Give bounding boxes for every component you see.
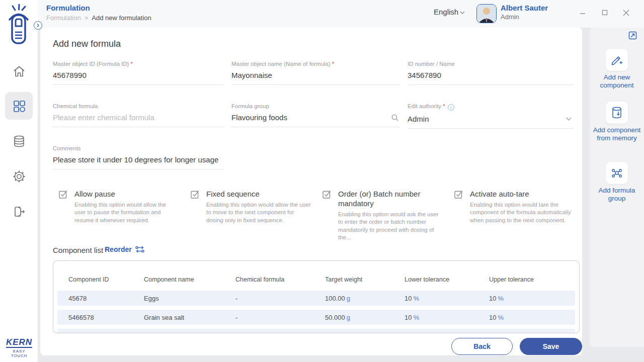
apps-grid-icon bbox=[12, 99, 26, 113]
table-row[interactable]: 45676 New flavoured oil 200.000g 10% 10% bbox=[57, 329, 575, 333]
master-object-id-input[interactable]: 45678990 bbox=[53, 67, 224, 85]
sidebar-item-database[interactable] bbox=[5, 127, 33, 155]
breadcrumb-parent[interactable]: Formulation bbox=[46, 14, 81, 22]
sidebar-expand-button[interactable] bbox=[34, 21, 42, 30]
avatar[interactable] bbox=[476, 4, 497, 23]
cell-component-id: 5466578 bbox=[68, 314, 94, 321]
checkbox-description: Enabling this option would ask the user … bbox=[338, 211, 439, 242]
right-action-panel: Add new component Add component from mem… bbox=[590, 28, 644, 347]
cell-upper-tolerance: 10% bbox=[489, 314, 504, 321]
kern-brand-logo: KERN EASY TOUCH bbox=[5, 338, 34, 358]
cell-lower-tolerance: 10% bbox=[405, 333, 419, 333]
reorder-icon bbox=[135, 245, 145, 253]
expand-panel-icon[interactable] bbox=[628, 31, 637, 40]
user-role: Admin bbox=[501, 13, 519, 21]
cell-target-weight: 200.000g bbox=[325, 333, 354, 333]
cell-target-weight: 100.00g bbox=[325, 295, 350, 302]
master-object-name-input[interactable]: Mayonnaise bbox=[231, 67, 400, 85]
chevron-down-icon bbox=[565, 115, 573, 124]
required-marker: * bbox=[443, 103, 445, 109]
column-header: Component ID bbox=[68, 276, 109, 283]
edit-authority-dropdown[interactable]: Admin bbox=[408, 111, 574, 129]
cell-component-id: 45678 bbox=[68, 295, 87, 302]
checkbox-checked-icon bbox=[191, 190, 200, 199]
action-label: Add new component bbox=[590, 73, 644, 90]
field-label: Edit authority bbox=[408, 103, 441, 109]
kern-logo-text: KERN bbox=[6, 338, 32, 348]
edit-authority-value: Admin bbox=[408, 115, 429, 123]
window-close-button[interactable] bbox=[620, 7, 631, 18]
checkbox-activate-auto-tare[interactable]: Activate auto-tare Enabling this option … bbox=[454, 190, 578, 224]
search-icon[interactable] bbox=[391, 114, 399, 123]
unit-label: g bbox=[347, 295, 350, 302]
molecule-group-icon bbox=[606, 162, 628, 184]
required-marker: * bbox=[332, 61, 334, 67]
cell-lower-tolerance: 10% bbox=[405, 314, 419, 321]
info-icon[interactable]: i bbox=[448, 104, 454, 111]
cell-component-name: Grain sea salt bbox=[144, 314, 184, 321]
minimize-icon bbox=[580, 10, 586, 16]
chevron-right-icon bbox=[36, 23, 40, 28]
required-marker: * bbox=[130, 61, 132, 67]
cell-chemical-formula: - bbox=[235, 314, 237, 321]
reorder-button[interactable]: Reorder bbox=[105, 245, 145, 253]
table-row[interactable]: 5466578 Grain sea salt - 50.000g 10% 10% bbox=[57, 310, 575, 325]
language-label: English bbox=[434, 8, 458, 16]
table-row[interactable]: 45678 Eggs - 100.00g 10% 10% bbox=[57, 291, 575, 306]
add-component-from-memory-button[interactable]: Add component from memory bbox=[590, 102, 644, 143]
main-content-card: Add new formula Master object ID (Formul… bbox=[40, 28, 582, 355]
formula-group-input[interactable]: Flavouring foods bbox=[231, 109, 400, 127]
database-download-icon bbox=[606, 102, 628, 124]
component-list-label: Component list bbox=[53, 246, 103, 254]
easy-touch-logo-icon bbox=[6, 4, 32, 47]
unit-label: % bbox=[413, 314, 419, 321]
checkbox-order-batch-mandatory[interactable]: Order (or) Batch number mandatory Enabli… bbox=[323, 190, 448, 242]
comments-input[interactable]: Please store it under 10 degrees for lon… bbox=[53, 151, 224, 169]
user-name[interactable]: Albert Sauter bbox=[501, 4, 548, 12]
breadcrumb-current: Add new formulation bbox=[92, 14, 151, 22]
reorder-label: Reorder bbox=[105, 245, 132, 253]
chemical-formula-input[interactable]: Please enter chemical formula bbox=[53, 109, 224, 127]
sidebar-item-home[interactable] bbox=[5, 57, 33, 85]
checkbox-fixed-sequence[interactable]: Fixed sequence Enabling this option woul… bbox=[191, 190, 319, 224]
cell-component-name: New flavoured oil bbox=[144, 333, 194, 333]
language-selector[interactable]: English bbox=[434, 8, 465, 16]
sidebar-item-logout[interactable] bbox=[5, 198, 33, 225]
close-icon bbox=[623, 10, 629, 16]
unit-label: % bbox=[498, 314, 504, 321]
top-header: Formulation Formulation>Add new formulat… bbox=[38, 0, 644, 28]
id-number-input[interactable]: 34567890 bbox=[408, 67, 574, 85]
checkbox-checked-icon bbox=[454, 190, 463, 199]
window-minimize-button[interactable] bbox=[577, 7, 588, 18]
save-button[interactable]: Save bbox=[520, 338, 582, 355]
unit-label: % bbox=[498, 295, 504, 302]
checkbox-description: Enabling this option would tare the comp… bbox=[470, 201, 573, 225]
checkbox-label: Fixed sequence bbox=[206, 190, 307, 199]
unit-label: g bbox=[350, 333, 354, 333]
checkbox-allow-pause[interactable]: Allow pause Enabling this option would a… bbox=[59, 190, 187, 224]
unit-label: % bbox=[413, 333, 419, 333]
checkbox-checked-icon bbox=[323, 190, 332, 199]
maximize-icon bbox=[602, 10, 608, 16]
checkbox-checked-icon bbox=[59, 190, 68, 199]
back-button[interactable]: Back bbox=[451, 338, 513, 355]
field-label: ID number / Name bbox=[408, 61, 455, 67]
column-header: Target weight bbox=[325, 276, 362, 283]
sidebar-item-apps[interactable] bbox=[5, 92, 33, 120]
unit-label: % bbox=[413, 295, 419, 302]
action-label: Add formula group bbox=[590, 187, 644, 203]
cell-component-id: 45676 bbox=[68, 333, 87, 333]
avatar-photo bbox=[477, 5, 496, 23]
add-formula-group-button[interactable]: Add formula group bbox=[590, 162, 644, 203]
add-new-component-button[interactable]: Add new component bbox=[590, 49, 644, 90]
field-chemical-formula: Chemical formula Please enter chemical f… bbox=[53, 103, 224, 127]
checkbox-label: Order (or) Batch number mandatory bbox=[338, 190, 429, 209]
logout-icon bbox=[12, 205, 26, 219]
action-label: Add component from memory bbox=[590, 126, 644, 143]
field-comments: Comments Please store it under 10 degree… bbox=[53, 145, 224, 169]
window-maximize-button[interactable] bbox=[599, 7, 610, 18]
chevron-down-icon bbox=[459, 10, 465, 16]
checkbox-label: Allow pause bbox=[74, 190, 175, 199]
formula-group-value: Flavouring foods bbox=[231, 113, 287, 122]
sidebar-item-settings[interactable] bbox=[5, 162, 33, 190]
